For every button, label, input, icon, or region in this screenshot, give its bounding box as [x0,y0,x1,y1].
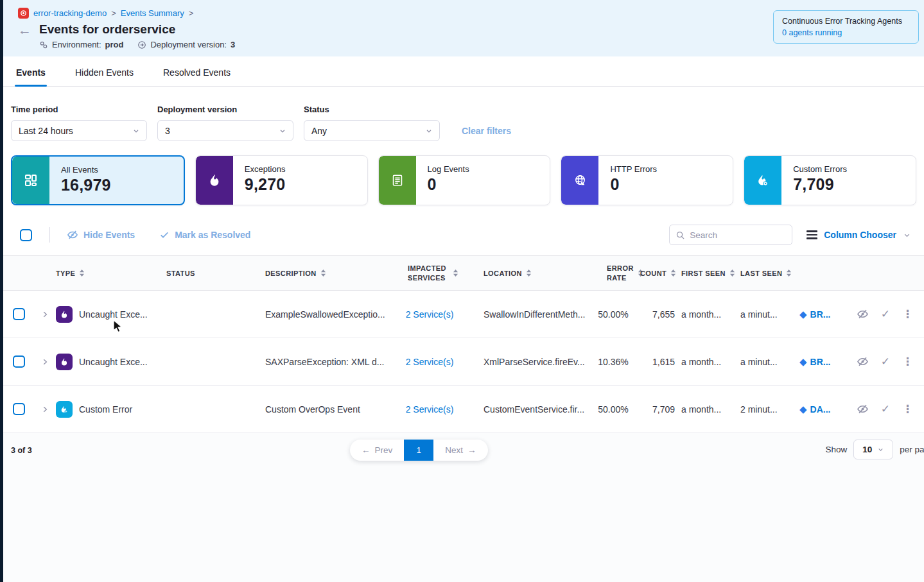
ticket-link[interactable]: ◆ BR... [799,356,848,368]
card-custom-errors[interactable]: Custom Errors 7,709 [744,155,916,205]
event-count: 7,709 [640,404,681,415]
status-select[interactable]: Any [304,120,440,141]
column-header-status[interactable]: STATUS [164,270,261,277]
first-seen: a month... [681,357,740,367]
tab-events[interactable]: Events [15,60,47,86]
ticket-id: BR... [810,309,831,320]
clear-filters-button[interactable]: Clear filters [462,126,511,136]
agents-card-title: Continuous Error Tracking Agents [782,17,910,26]
breadcrumb-project-link[interactable]: error-tracking-demo [33,8,107,18]
table-row[interactable]: Uncaught Exce... ExampleSwallowedExcepti… [3,291,924,338]
page: error-tracking-demo > Events Summary > ←… [3,0,924,582]
column-header-impacted-services[interactable]: IMPACTED SERVICES [394,264,466,283]
hide-events-button[interactable]: Hide Events [67,229,135,241]
card-value: 0 [610,175,657,194]
column-header-first-seen[interactable]: FIRST SEEN [681,270,740,277]
next-label: Next [445,445,463,455]
column-header-error-rate[interactable]: ERROR RATE [590,264,640,283]
all-events-grid-icon [12,157,49,204]
show-label: Show [825,445,847,454]
mark-resolved-label: Mark as Resolved [175,230,250,240]
time-period-label: Time period [11,105,147,114]
time-period-value: Last 24 hours [19,126,73,136]
card-exceptions[interactable]: Exceptions 9,270 [195,155,368,205]
stat-cards: All Events 16,979 Exceptions 9,270 Log E… [3,151,924,214]
ticket-id: DA... [810,404,831,415]
column-header-count[interactable]: COUNT [640,270,681,277]
row-menu-icon[interactable]: ⋮ [902,355,914,368]
card-http-errors[interactable]: HTTP Errors 0 [561,155,733,205]
hide-event-icon[interactable] [857,403,869,415]
ticket-link[interactable]: ◆ DA... [799,404,848,415]
expand-chevron-icon[interactable] [34,357,56,366]
search-box [669,225,792,245]
expand-chevron-icon[interactable] [34,405,56,414]
status-value: Any [311,126,327,136]
column-header-location[interactable]: LOCATION [466,270,590,277]
card-value: 16,979 [61,176,111,194]
expand-chevron-icon[interactable] [34,310,56,319]
card-label: All Events [61,165,111,175]
mark-resolved-button[interactable]: Mark as Resolved [159,230,250,240]
resolve-event-icon[interactable]: ✓ [881,355,890,368]
sort-icon[interactable] [729,270,735,277]
page-number-button[interactable]: 1 [404,440,433,461]
prev-page-button[interactable]: ← Prev [350,440,404,461]
tab-resolved-events[interactable]: Resolved Events [162,60,232,86]
sort-icon[interactable] [320,270,326,277]
resolve-event-icon[interactable]: ✓ [881,402,890,416]
jira-diamond-icon: ◆ [799,356,807,368]
page-size-select[interactable]: 10 [853,440,893,459]
impacted-services-link[interactable]: 2 Service(s) [406,309,454,320]
impacted-services-link[interactable]: 2 Service(s) [406,357,454,367]
search-input[interactable] [690,230,780,240]
table-row[interactable]: Uncaught Exce... SAXParseException: XML … [3,338,924,386]
exception-type-icon [56,306,73,323]
next-page-button[interactable]: Next → [433,440,487,461]
deployment-version-select[interactable]: 3 [157,120,293,141]
row-menu-icon[interactable]: ⋮ [902,307,914,321]
hide-event-icon[interactable] [857,308,869,320]
deployment-version-value: 3 [165,126,170,136]
eye-slash-icon [67,229,78,241]
search-icon [676,230,685,240]
column-header-description[interactable]: DESCRIPTION [261,270,394,277]
impacted-services-link[interactable]: 2 Service(s) [406,404,454,415]
sort-icon[interactable] [670,270,676,277]
row-checkbox[interactable] [13,355,25,368]
environment-icon [39,40,48,49]
sort-icon[interactable] [526,270,532,277]
event-location: XmlParseService.fireEv... [466,357,590,367]
breadcrumb-section-link[interactable]: Events Summary [121,8,184,18]
deployment-version-icon [137,40,146,49]
sort-icon[interactable] [453,270,458,277]
row-checkbox[interactable] [13,308,25,320]
column-chooser-button[interactable]: Column Chooser [806,230,916,240]
card-log-events[interactable]: Log Events 0 [378,155,551,205]
agents-running-link[interactable]: 0 agents running [782,28,910,37]
table-row[interactable]: Custom Error Custom OverOps Event 2 Serv… [3,386,924,433]
row-menu-icon[interactable]: ⋮ [902,402,914,416]
resolve-event-icon[interactable]: ✓ [881,307,890,321]
column-header-last-seen[interactable]: LAST SEEN [740,270,799,277]
agents-status-card[interactable]: Continuous Error Tracking Agents 0 agent… [773,10,919,44]
error-rate: 50.00% [590,309,640,320]
back-arrow-icon[interactable]: ← [18,23,31,37]
sort-icon[interactable] [786,270,792,277]
tab-hidden-events[interactable]: Hidden Events [74,60,135,86]
table-header-row: TYPE STATUS DESCRIPTION IMPACTED SERVICE… [3,255,924,291]
card-label: Log Events [428,164,469,174]
deployment-value: 3 [231,40,235,49]
sort-icon[interactable] [79,270,85,277]
time-period-select[interactable]: Last 24 hours [11,120,147,141]
http-errors-globe-icon [561,156,598,205]
row-checkbox[interactable] [13,403,25,415]
ticket-link[interactable]: ◆ BR... [799,309,848,320]
card-all-events[interactable]: All Events 16,979 [11,155,185,205]
hide-event-icon[interactable] [857,355,869,368]
column-header-type[interactable]: TYPE [56,270,164,277]
page-header: error-tracking-demo > Events Summary > ←… [3,0,924,56]
events-table: TYPE STATUS DESCRIPTION IMPACTED SERVICE… [3,255,924,433]
select-all-checkbox[interactable] [20,229,32,241]
first-seen: a month... [681,309,740,320]
